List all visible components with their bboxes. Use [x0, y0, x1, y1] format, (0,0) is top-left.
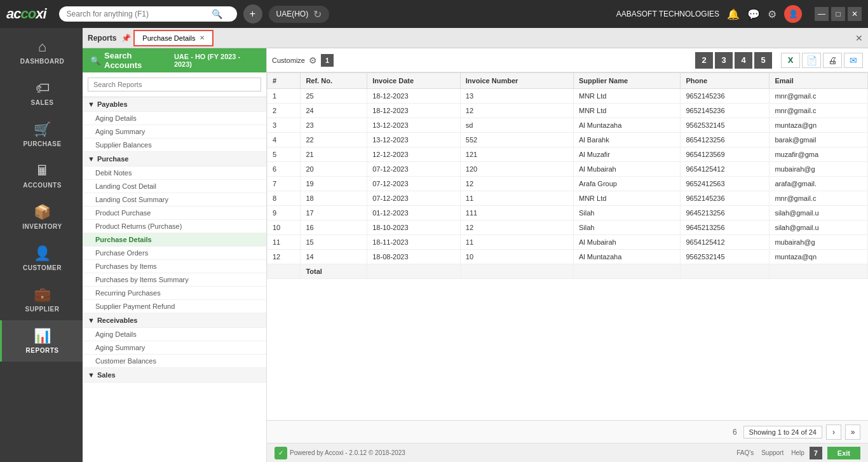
top-navbar: accoxi 🔍 + UAE(HO) ↻ AABASOFT TECHNOLOGI… [0, 0, 868, 28]
sidebar-item-sales[interactable]: 🏷 SALES [0, 72, 83, 114]
customize-settings-icon[interactable]: ⚙ [309, 55, 317, 65]
cell-invoice[interactable]: 12 [460, 104, 573, 118]
global-search-bar[interactable]: 🔍 [59, 6, 237, 22]
message-icon[interactable]: 💬 [747, 8, 760, 20]
tree-item-purchases-by-items[interactable]: Purchases by Items [83, 260, 266, 273]
tree-section-sales[interactable]: ▼ Sales [83, 368, 266, 383]
notification-icon[interactable]: 🔔 [727, 8, 740, 20]
email-button[interactable]: ✉ [844, 53, 863, 68]
toolbar-num2[interactable]: 2 [695, 52, 713, 69]
cell-ref[interactable]: 14 [301, 250, 367, 264]
support-link[interactable]: Support [761, 449, 783, 456]
print-button[interactable]: 🖨 [823, 53, 842, 68]
export-excel-button[interactable]: X [781, 53, 800, 68]
cell-invoice[interactable]: sd [460, 118, 573, 133]
col-header-invoice: Invoice Number [460, 73, 573, 89]
cell-invoice[interactable]: 11 [460, 235, 573, 250]
tree-search-input[interactable] [88, 78, 261, 92]
tree-item-aging-details-rec[interactable]: Aging Details [83, 328, 266, 341]
tree-section-purchase[interactable]: ▼ Purchase [83, 152, 266, 166]
cell-invoice[interactable]: 12 [460, 221, 573, 235]
toolbar-num4[interactable]: 4 [735, 52, 752, 69]
cell-invoice[interactable]: 12 [460, 177, 573, 191]
cell-ref[interactable]: 15 [301, 235, 367, 250]
cell-supplier: Silah [574, 221, 681, 235]
sidebar-item-reports[interactable]: 📊 REPORTS [0, 320, 83, 362]
company-selector[interactable]: UAE(HO) ↻ [269, 6, 330, 23]
cell-invoice[interactable]: 121 [460, 147, 573, 162]
tree-search[interactable] [83, 72, 266, 97]
search-accounts-icon: 🔍 [90, 56, 100, 65]
toolbar-num5[interactable]: 5 [754, 52, 772, 69]
company-full-name: AABASOFT TECHNOLOGIES [616, 10, 719, 18]
tree-item-product-purchase[interactable]: Product Purchase [83, 207, 266, 220]
faq-link[interactable]: FAQ's [736, 449, 754, 456]
cell-email: muntaza@qn [770, 250, 868, 264]
tab-close-icon[interactable]: ✕ [200, 34, 205, 41]
add-button[interactable]: + [243, 4, 262, 24]
tree-item-aging-summary-rec[interactable]: Aging Summary [83, 341, 266, 355]
pagination-last-button[interactable]: » [845, 425, 860, 440]
tree-item-landing-cost-detail[interactable]: Landing Cost Detail [83, 180, 266, 193]
tab-bar-close-icon[interactable]: ✕ [855, 33, 863, 43]
cell-ref[interactable]: 20 [301, 162, 367, 177]
sidebar-item-purchase[interactable]: 🛒 PURCHASE [0, 114, 83, 155]
cell-ref[interactable]: 17 [301, 206, 367, 221]
tree-item-debit-notes[interactable]: Debit Notes [83, 166, 266, 180]
tab-label: Purchase Details [142, 34, 195, 42]
cell-supplier: Al Muzafir [574, 147, 681, 162]
num1-badge: 1 [321, 54, 334, 67]
tree-section-payables[interactable]: ▼ Payables [83, 97, 266, 112]
tree-section-receivables[interactable]: ▼ Receivables [83, 313, 266, 328]
maximize-button[interactable]: □ [831, 7, 845, 21]
tree-item-purchase-orders[interactable]: Purchase Orders [83, 247, 266, 260]
sales-section-arrow-icon: ▼ [88, 371, 95, 379]
cell-ref[interactable]: 19 [301, 177, 367, 191]
tree-item-purchase-details[interactable]: Purchase Details [83, 233, 266, 247]
pagination-next-button[interactable]: › [826, 425, 841, 440]
sidebar-item-dashboard[interactable]: ⌂ DASHBOARD [0, 31, 83, 72]
sidebar-item-customer[interactable]: 👤 CUSTOMER [0, 238, 83, 279]
cell-invoice[interactable]: 111 [460, 206, 573, 221]
tree-item-recurring-purchases[interactable]: Recurring Purchases [83, 287, 266, 300]
total-phone-cell [681, 264, 770, 279]
help-link[interactable]: Help [791, 449, 804, 456]
cell-invoice[interactable]: 13 [460, 89, 573, 104]
cell-ref[interactable]: 25 [301, 89, 367, 104]
cell-ref[interactable]: 16 [301, 221, 367, 235]
tab-purchase-details[interactable]: Purchase Details ✕ [133, 30, 213, 46]
cell-ref[interactable]: 24 [301, 104, 367, 118]
cell-ref[interactable]: 18 [301, 191, 367, 206]
cell-ref[interactable]: 22 [301, 133, 367, 147]
cell-invoice[interactable]: 11 [460, 191, 573, 206]
tab-pin-icon[interactable]: 📌 [121, 34, 131, 43]
exit-button[interactable]: Exit [827, 447, 860, 459]
cell-ref[interactable]: 21 [301, 147, 367, 162]
customize-label[interactable]: Customize [272, 57, 305, 64]
user-avatar[interactable]: 👤 [784, 5, 802, 23]
tree-item-purchases-by-items-summary[interactable]: Purchases by Items Summary [83, 273, 266, 287]
sidebar-item-accounts[interactable]: 🖩 ACCOUNTS [0, 155, 83, 196]
tree-item-customer-balances[interactable]: Customer Balances [83, 355, 266, 368]
tree-item-supplier-balances[interactable]: Supplier Balances [83, 139, 266, 152]
tree-item-aging-details-pay[interactable]: Aging Details [83, 112, 266, 125]
sidebar-item-supplier[interactable]: 💼 SUPPLIER [0, 279, 83, 320]
cell-ref[interactable]: 23 [301, 118, 367, 133]
tree-item-aging-summary-pay[interactable]: Aging Summary [83, 125, 266, 139]
sidebar-item-inventory[interactable]: 📦 INVENTORY [0, 196, 83, 238]
cell-invoice[interactable]: 120 [460, 162, 573, 177]
refresh-icon[interactable]: ↻ [313, 8, 322, 20]
tree-item-product-returns[interactable]: Product Returns (Purchase) [83, 220, 266, 233]
tree-item-supplier-payment-refund[interactable]: Supplier Payment Refund [83, 300, 266, 313]
total-supplier-cell [574, 264, 681, 279]
toolbar-num3[interactable]: 3 [715, 52, 733, 69]
settings-icon[interactable]: ⚙ [768, 8, 776, 20]
close-window-button[interactable]: ✕ [848, 7, 862, 21]
export-pdf-button[interactable]: 📄 [802, 53, 821, 68]
cell-invoice[interactable]: 552 [460, 133, 573, 147]
tree-item-landing-cost-summary[interactable]: Landing Cost Summary [83, 193, 266, 207]
global-search-input[interactable] [67, 10, 207, 18]
cell-invoice[interactable]: 10 [460, 250, 573, 264]
minimize-button[interactable]: — [815, 7, 829, 21]
cell-date: 13-12-2023 [367, 118, 461, 133]
